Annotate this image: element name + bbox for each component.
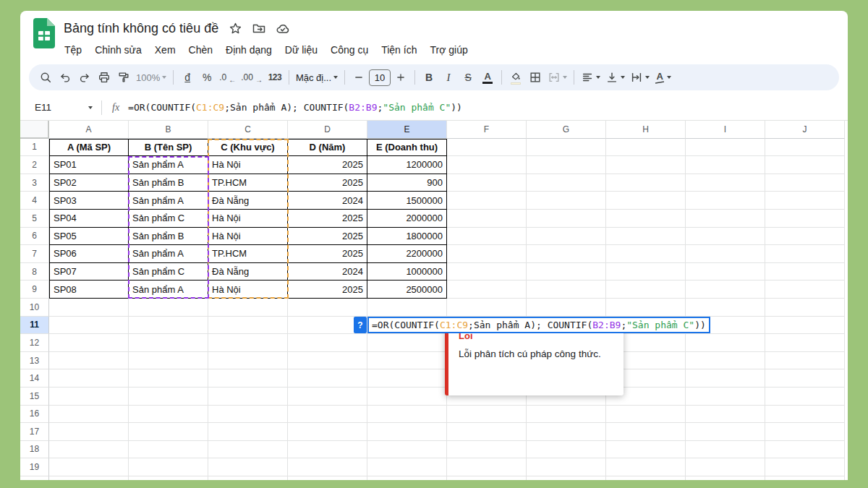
cell-a6[interactable]: SP05	[49, 228, 129, 246]
cell-f6[interactable]	[447, 228, 527, 246]
cell-i15[interactable]	[686, 388, 765, 406]
cell-b13[interactable]	[129, 352, 208, 370]
cell-d20[interactable]	[288, 476, 367, 480]
italic-button[interactable]: I	[439, 67, 458, 87]
row-header-18[interactable]: 18	[20, 441, 49, 459]
cell-f10[interactable]	[447, 299, 527, 317]
cell-a16[interactable]	[49, 406, 129, 424]
cell-a12[interactable]	[49, 334, 129, 352]
cell-a17[interactable]	[49, 423, 129, 441]
row-header-6[interactable]: 6	[20, 228, 49, 246]
cell-a11[interactable]	[49, 317, 129, 335]
row-header-12[interactable]: 12	[20, 334, 49, 352]
cell-j11[interactable]	[765, 317, 845, 335]
cell-e8[interactable]: 1000000	[367, 263, 447, 281]
cell-f2[interactable]	[447, 156, 527, 174]
cell-c11[interactable]	[208, 317, 288, 335]
cell-h20[interactable]	[606, 476, 686, 480]
redo-button[interactable]	[75, 67, 94, 87]
menu-item-chèn[interactable]: Chèn	[182, 42, 219, 58]
row-header-10[interactable]: 10	[20, 299, 49, 317]
print-button[interactable]	[95, 67, 114, 87]
cell-g18[interactable]	[527, 441, 606, 459]
cell-j4[interactable]	[765, 192, 845, 210]
cell-d6[interactable]: 2025	[288, 228, 367, 246]
cell-h5[interactable]	[606, 210, 686, 228]
cell-f1[interactable]	[447, 139, 527, 157]
cell-c13[interactable]	[208, 352, 288, 370]
cell-d2[interactable]: 2025	[288, 156, 367, 174]
cell-a8[interactable]: SP07	[49, 263, 129, 281]
cell-f16[interactable]	[447, 406, 527, 424]
cell-i5[interactable]	[686, 210, 765, 228]
document-title[interactable]: Bảng tính không có tiêu đề	[64, 21, 218, 36]
cell-e4[interactable]: 1500000	[367, 192, 447, 210]
select-all-corner[interactable]	[20, 121, 49, 139]
cell-b12[interactable]	[129, 334, 208, 352]
cell-c20[interactable]	[208, 476, 288, 480]
row-header-11[interactable]: 11	[20, 317, 49, 335]
fill-color-button[interactable]	[506, 67, 525, 87]
cell-h4[interactable]	[606, 192, 686, 210]
row-header-4[interactable]: 4	[20, 192, 49, 210]
cell-i4[interactable]	[686, 192, 765, 210]
cell-d19[interactable]	[288, 458, 367, 476]
cell-g9[interactable]	[527, 281, 606, 299]
column-header-g[interactable]: G	[527, 121, 606, 139]
cell-c18[interactable]	[208, 441, 288, 459]
column-header-e[interactable]: E	[367, 121, 447, 139]
cell-g16[interactable]	[527, 406, 606, 424]
cell-b18[interactable]	[129, 441, 208, 459]
cell-j2[interactable]	[765, 156, 845, 174]
cell-g4[interactable]	[527, 192, 606, 210]
cell-j10[interactable]	[765, 299, 845, 317]
cell-a19[interactable]	[49, 458, 129, 476]
cell-j9[interactable]	[765, 281, 845, 299]
cell-i7[interactable]	[686, 245, 765, 263]
merge-cells-button[interactable]	[545, 67, 569, 87]
cell-a4[interactable]: SP03	[49, 192, 129, 210]
cell-i10[interactable]	[686, 299, 765, 317]
cell-e17[interactable]	[367, 423, 447, 441]
cell-j20[interactable]	[765, 476, 845, 480]
cell-f5[interactable]	[447, 210, 527, 228]
cell-h19[interactable]	[606, 458, 686, 476]
horizontal-align-button[interactable]	[579, 67, 603, 87]
cell-d14[interactable]	[288, 369, 367, 388]
font-select[interactable]: Mặc đị...	[294, 67, 340, 87]
cell-f3[interactable]	[447, 174, 527, 192]
cell-j18[interactable]	[765, 441, 845, 459]
cell-h18[interactable]	[606, 441, 686, 459]
row-header-15[interactable]: 15	[20, 388, 49, 406]
cell-b9[interactable]: Sản phẩm A	[129, 281, 208, 299]
cell-a2[interactable]: SP01	[49, 156, 129, 174]
paint-format-button[interactable]	[114, 67, 133, 87]
cell-d15[interactable]	[288, 388, 367, 406]
cell-d3[interactable]: 2025	[288, 174, 367, 192]
cell-a7[interactable]: SP06	[49, 245, 129, 263]
row-header-14[interactable]: 14	[20, 369, 49, 388]
row-header-13[interactable]: 13	[20, 352, 49, 370]
cell-i19[interactable]	[686, 458, 765, 476]
cell-c10[interactable]	[208, 299, 288, 317]
menu-item-chỉnh-sửa[interactable]: Chỉnh sửa	[88, 42, 148, 58]
formula-help-button[interactable]: ?	[354, 317, 367, 333]
name-box[interactable]: E11	[20, 95, 101, 120]
cell-e12[interactable]	[367, 334, 447, 352]
font-size-input[interactable]: 10	[369, 69, 391, 86]
cell-b11[interactable]	[129, 317, 208, 335]
cell-e10[interactable]	[367, 299, 447, 317]
cell-a1[interactable]: A (Mã SP)	[49, 139, 129, 157]
cell-h16[interactable]	[606, 406, 686, 424]
formula-input[interactable]: =OR(COUNTIF(C1:C9;Sản phẩm A); COUNTIF(B…	[128, 102, 462, 113]
cell-e13[interactable]	[367, 352, 447, 370]
cell-e5[interactable]: 2000000	[367, 210, 447, 228]
column-header-b[interactable]: B	[129, 121, 208, 139]
cell-g2[interactable]	[527, 156, 606, 174]
cell-j13[interactable]	[765, 352, 845, 370]
cell-i9[interactable]	[686, 281, 765, 299]
cell-f17[interactable]	[447, 423, 527, 441]
cell-g8[interactable]	[527, 263, 606, 281]
cell-d7[interactable]: 2025	[288, 245, 367, 263]
text-rotation-button[interactable]: A	[652, 67, 673, 87]
